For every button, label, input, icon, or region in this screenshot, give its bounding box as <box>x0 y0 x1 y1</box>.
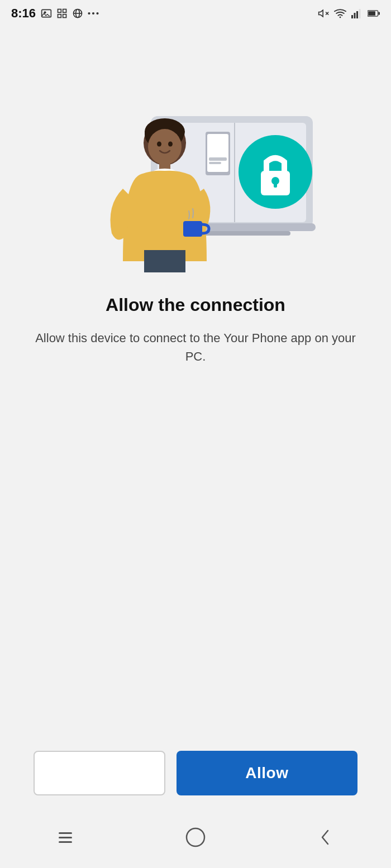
text-content: Allow the connection Allow this device t… <box>0 295 391 366</box>
svg-rect-29 <box>209 162 221 164</box>
globe-icon <box>71 7 84 20</box>
svg-point-41 <box>157 142 161 147</box>
photo-icon <box>40 7 53 20</box>
nav-bar <box>0 812 391 868</box>
svg-rect-28 <box>209 157 227 161</box>
svg-rect-49 <box>59 841 72 843</box>
svg-rect-18 <box>356 11 358 18</box>
grid-icon <box>56 7 68 20</box>
battery-icon <box>368 7 380 20</box>
recents-nav-icon[interactable] <box>49 821 82 854</box>
svg-rect-2 <box>58 9 61 13</box>
illustration-svg <box>61 71 330 272</box>
status-time: 8:16 <box>11 6 36 21</box>
svg-rect-48 <box>59 837 72 838</box>
svg-point-9 <box>88 12 90 15</box>
svg-rect-3 <box>63 9 66 13</box>
svg-rect-21 <box>368 11 375 16</box>
status-notification-icons <box>40 7 99 20</box>
svg-rect-17 <box>354 13 356 18</box>
svg-marker-12 <box>319 10 323 17</box>
main-title: Allow the connection <box>34 295 357 315</box>
status-right-icons <box>317 7 380 20</box>
allow-button[interactable]: Allow <box>177 751 357 795</box>
svg-point-11 <box>96 12 98 15</box>
svg-rect-16 <box>351 15 353 18</box>
bottom-button-area: Allow <box>0 734 391 812</box>
subtitle-text: Allow this device to connect to the Your… <box>34 329 357 366</box>
svg-point-50 <box>187 828 204 846</box>
main-content: Allow the connection Allow this device t… <box>0 27 391 812</box>
signal-icon <box>351 7 363 20</box>
svg-point-42 <box>168 142 173 147</box>
svg-point-15 <box>340 17 341 18</box>
more-dots-icon <box>87 7 99 20</box>
home-nav-icon[interactable] <box>179 821 212 854</box>
svg-rect-4 <box>58 15 61 18</box>
svg-rect-33 <box>274 181 277 188</box>
status-bar: 8:16 <box>0 0 391 27</box>
mute-icon <box>317 7 330 20</box>
svg-rect-27 <box>207 134 228 172</box>
svg-point-10 <box>92 12 94 15</box>
svg-rect-5 <box>63 15 66 18</box>
cancel-button[interactable] <box>34 751 165 795</box>
illustration-container <box>0 27 391 295</box>
wifi-icon <box>334 7 346 20</box>
svg-rect-46 <box>144 250 185 272</box>
svg-rect-45 <box>183 221 202 237</box>
back-nav-icon[interactable] <box>309 821 342 854</box>
svg-point-40 <box>148 129 182 165</box>
status-left: 8:16 <box>11 6 99 21</box>
svg-rect-22 <box>378 12 380 15</box>
svg-rect-19 <box>359 9 361 18</box>
svg-rect-47 <box>59 832 72 834</box>
